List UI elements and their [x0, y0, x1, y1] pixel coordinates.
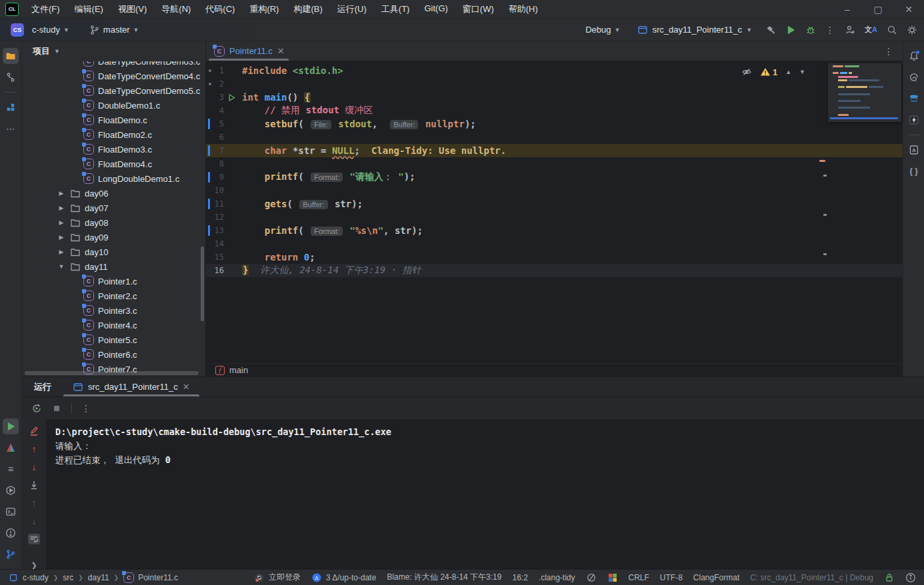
tree-folder-day09[interactable]: ▶day09 [22, 230, 205, 245]
stripe-project-folder-icon[interactable] [3, 48, 19, 64]
stripe-ai-swirl-icon[interactable] [906, 69, 922, 85]
menu-c[interactable]: 代码(C) [199, 1, 241, 17]
code-line-11[interactable]: 11 gets( Buffer: str); [206, 197, 903, 211]
line-number[interactable]: 14 [206, 239, 226, 249]
stripe-services-icon[interactable] [3, 482, 19, 498]
status-breadcrumb-c-study[interactable]: c-study [8, 572, 49, 583]
code-line-5[interactable]: 5 setbuf( File: stdout, Buffer: nullptr)… [206, 117, 903, 131]
line-number[interactable]: 16 [206, 266, 226, 275]
menu-h[interactable]: 帮助(H) [503, 1, 544, 17]
stripe-commit-icon[interactable] [3, 69, 19, 85]
tree-file-DateTypeConvertDemo4.c[interactable]: CDateTypeConvertDemo4.c [22, 69, 205, 83]
vcs-change-marker[interactable] [208, 119, 210, 129]
status-breadcrumb-day11[interactable]: day11 [88, 573, 109, 582]
breadcrumb-function[interactable]: main [229, 365, 248, 375]
stop-icon[interactable] [51, 403, 62, 414]
vcs-change-marker[interactable] [208, 145, 210, 156]
run-gutter-icon[interactable] [226, 93, 237, 102]
tree-file-LongDoubleDemo1.c[interactable]: CLongDoubleDemo1.c [22, 171, 205, 186]
minimize-button[interactable]: – [832, 0, 863, 18]
menu-w[interactable]: 窗口(W) [457, 1, 500, 17]
status-Blame------24-8-14---3-1[interactable]: Blame: 许大仙 24-8-14 下午3:19 [387, 572, 501, 583]
stripe-cmake-icon[interactable] [3, 440, 19, 456]
console-soft-wrap-icon[interactable] [28, 534, 40, 544]
status--clang-tidy[interactable]: .clang-tidy [539, 573, 575, 582]
parameter-hint[interactable]: Format: [311, 227, 343, 236]
code-line-10[interactable]: 10 [206, 184, 903, 197]
stripe-translation-book-icon[interactable]: A [906, 142, 922, 158]
line-number[interactable]: 3 [206, 93, 226, 102]
status-CRLF[interactable]: CRLF [629, 573, 649, 582]
search-icon[interactable] [887, 25, 897, 35]
status-win-logo[interactable] [607, 572, 618, 583]
parameter-hint[interactable]: Buffer: [299, 200, 327, 209]
tree-file-FloatDemo3.c[interactable]: CFloatDemo3.c [22, 142, 205, 157]
console-next-dim-icon[interactable]: ↓ [28, 516, 40, 526]
editor-tab-pointer11[interactable]: C Pointer11.c ✕ [206, 41, 291, 61]
chevron-right-icon[interactable]: ▶ [57, 205, 66, 211]
tree-folder-day10[interactable]: ▶day10 [22, 245, 205, 259]
parameter-hint[interactable]: Format: [311, 173, 343, 182]
code-line-12[interactable]: 12 [206, 211, 903, 224]
run-tab-config[interactable]: src_day11_Pointer11_c ✕ [69, 377, 194, 396]
build-type-selector[interactable]: Debug ▼ [581, 23, 624, 37]
console-clear-pencil-icon[interactable] [28, 426, 40, 436]
tree-file-Pointer2.c[interactable]: CPointer2.c [22, 289, 205, 303]
tab-close-icon[interactable]: ✕ [277, 46, 285, 56]
close-button[interactable]: ✕ [893, 0, 924, 18]
chevron-right-icon[interactable]: ▶ [57, 219, 66, 226]
clion-logo-icon[interactable]: CL [5, 3, 19, 16]
chevron-right-icon[interactable]: ▶ [57, 234, 66, 241]
project-widget[interactable]: CS c-study ▼ [7, 21, 73, 39]
stripe-terminal-icon[interactable] [3, 504, 19, 520]
code-line-6[interactable]: 6 [206, 131, 903, 144]
line-number[interactable]: 6 [206, 133, 226, 142]
status-breadcrumb-src[interactable]: src [63, 573, 73, 582]
code-line-9[interactable]: 9 printf( Format: "请输入： "); [206, 171, 903, 184]
code-line-2[interactable]: 2 [206, 77, 903, 91]
stripe-more-icon[interactable]: ⋯ [3, 121, 19, 137]
console-scroll-to-end-icon[interactable] [28, 480, 40, 490]
status-eye-slash[interactable] [586, 572, 597, 583]
console-up-arrow-icon[interactable]: ↑ [28, 444, 40, 454]
stripe-database-icon[interactable] [906, 91, 922, 107]
line-number[interactable]: 12 [206, 213, 226, 222]
clang-tidy-hint[interactable]: Clang-Tidy: Use nullptr. [371, 145, 506, 156]
status-16-2[interactable]: 16:2 [512, 573, 527, 582]
vcs-change-marker[interactable] [208, 199, 210, 209]
tree-folder-day08[interactable]: ▶day08 [22, 215, 205, 230]
parameter-hint[interactable]: File: [311, 120, 331, 129]
vcs-change-marker[interactable] [208, 225, 210, 236]
stripe-shortcuts-braces-icon[interactable]: { } [906, 163, 922, 179]
menu-b[interactable]: 构建(B) [287, 1, 328, 17]
stripe-plugin-badge-icon[interactable] [906, 112, 922, 128]
parameter-hint[interactable]: Buffer: [390, 120, 418, 129]
tree-file-FloatDemo.c[interactable]: CFloatDemo.c [22, 113, 205, 127]
tree-file-DoubleDemo1.c[interactable]: CDoubleDemo1.c [22, 98, 205, 113]
tree-vertical-scrollbar[interactable] [201, 247, 204, 321]
tree-folder-day07[interactable]: ▶day07 [22, 201, 205, 215]
translate-icon[interactable]: 文A [865, 25, 877, 35]
project-panel-header[interactable]: 项目 ▼ [22, 41, 205, 61]
stripe-todo-lines-icon[interactable]: ≡ [3, 461, 19, 477]
run-tab-close-icon[interactable]: ✕ [183, 382, 190, 392]
code-line-1[interactable]: 1#include <stdio.h> [206, 64, 903, 77]
code-line-16[interactable]: 16} 许大仙, 24-8-14 下午3:19 · 指针 [206, 264, 903, 277]
tree-horizontal-scrollbar[interactable] [25, 371, 199, 375]
tree-file-DateTypeConvertDemo3.c[interactable]: CDateTypeConvertDemo3.c [22, 61, 205, 69]
tab-options-kebab-icon[interactable]: ⋮ [884, 46, 893, 57]
settings-gear-icon[interactable] [907, 25, 917, 35]
chevron-right-icon[interactable]: ▶ [57, 190, 66, 197]
status-info[interactable] [905, 572, 916, 583]
menu-e[interactable]: 编辑(E) [69, 1, 109, 17]
stripe-notifications-icon[interactable] [906, 48, 922, 64]
status-UTF-8[interactable]: UTF-8 [660, 573, 683, 582]
stripe-run-icon[interactable] [3, 418, 19, 434]
menu-v[interactable]: 视图(V) [112, 1, 153, 17]
console-output[interactable]: D:\project\c-study\cmake-build-debug\src… [46, 419, 924, 569]
status-C--src-day11-Pointer11-c[interactable]: C: src_day11_Pointer11_c | Debug [750, 573, 873, 582]
chevron-right-icon[interactable]: ▶ [57, 249, 66, 255]
line-number[interactable]: 4 [206, 106, 226, 115]
code-line-13[interactable]: 13 printf( Format: "%s\n", str); [206, 224, 903, 237]
code-line-8[interactable]: 8 [206, 157, 903, 171]
